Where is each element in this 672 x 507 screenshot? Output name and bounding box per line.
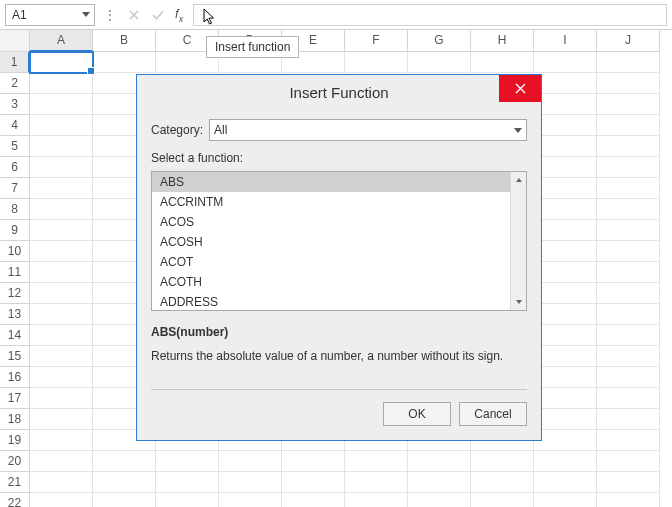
row-header[interactable]: 9 [0,220,30,241]
grid-cell[interactable] [282,451,345,472]
cancel-button[interactable]: Cancel [459,402,527,426]
row-header[interactable]: 13 [0,304,30,325]
row-header[interactable]: 10 [0,241,30,262]
grid-cell[interactable] [30,325,93,346]
grid-cell[interactable] [597,472,660,493]
row-header[interactable]: 16 [0,367,30,388]
grid-cell[interactable] [30,451,93,472]
grid-cell[interactable] [534,262,597,283]
grid-cell[interactable] [534,409,597,430]
function-list-item[interactable]: ACCRINTM [152,192,510,212]
function-list-item[interactable]: ACOT [152,252,510,272]
grid-cell[interactable] [597,388,660,409]
row-header[interactable]: 2 [0,73,30,94]
grid-cell[interactable] [534,220,597,241]
grid-cell[interactable] [534,283,597,304]
grid-cell[interactable] [597,346,660,367]
column-header[interactable]: J [597,30,660,52]
grid-cell[interactable] [534,73,597,94]
grid-cell[interactable] [534,367,597,388]
grid-cell[interactable] [219,451,282,472]
grid-cell[interactable] [534,451,597,472]
grid-cell[interactable] [597,73,660,94]
grid-cell[interactable] [534,115,597,136]
grid-cell[interactable] [597,325,660,346]
row-header[interactable]: 19 [0,430,30,451]
grid-cell[interactable] [30,178,93,199]
grid-cell[interactable] [534,388,597,409]
grid-cell[interactable] [30,94,93,115]
grid-cell[interactable] [597,262,660,283]
function-list-item[interactable]: ADDRESS [152,292,510,310]
grid-cell[interactable] [93,472,156,493]
row-header[interactable]: 14 [0,325,30,346]
grid-cell[interactable] [597,451,660,472]
grid-cell[interactable] [597,199,660,220]
grid-cell[interactable] [93,451,156,472]
function-items[interactable]: ABSACCRINTMACOSACOSHACOTACOTHADDRESS [152,172,510,310]
grid-cell[interactable] [597,283,660,304]
grid-cell[interactable] [534,430,597,451]
grid-cell[interactable] [345,472,408,493]
grid-cell[interactable] [597,157,660,178]
grid-cell[interactable] [597,367,660,388]
column-header[interactable]: A [30,30,93,52]
grid-cell[interactable] [30,493,93,507]
grid-cell[interactable] [156,493,219,507]
grid-cell[interactable] [534,178,597,199]
grid-cell[interactable] [597,178,660,199]
name-box[interactable]: A1 [5,4,95,26]
grid-cell[interactable] [30,136,93,157]
scroll-up-icon[interactable] [511,172,526,188]
row-header[interactable]: 21 [0,472,30,493]
column-header[interactable]: F [345,30,408,52]
grid-cell[interactable] [156,472,219,493]
row-header[interactable]: 7 [0,178,30,199]
grid-cell[interactable] [597,304,660,325]
grid-cell[interactable] [534,304,597,325]
grid-cell[interactable] [30,220,93,241]
column-header[interactable]: B [93,30,156,52]
grid-cell[interactable] [597,241,660,262]
grid-cell[interactable] [408,451,471,472]
grid-cell[interactable] [597,94,660,115]
scroll-down-icon[interactable] [511,294,526,310]
grid-cell[interactable] [597,409,660,430]
grid-cell[interactable] [408,52,471,73]
grid-cell[interactable] [30,388,93,409]
grid-cell[interactable] [93,493,156,507]
row-header[interactable]: 22 [0,493,30,507]
grid-cell[interactable] [597,136,660,157]
insert-function-button[interactable]: fx [175,6,183,24]
grid-cell[interactable] [534,52,597,73]
grid-cell[interactable] [597,430,660,451]
grid-cell[interactable] [534,199,597,220]
row-header[interactable]: 15 [0,346,30,367]
grid-cell[interactable] [597,115,660,136]
scrollbar[interactable] [510,172,526,310]
grid-cell[interactable] [408,493,471,507]
select-all-corner[interactable] [0,30,30,52]
function-list-item[interactable]: ACOS [152,212,510,232]
function-list-item[interactable]: ACOSH [152,232,510,252]
grid-cell[interactable] [30,346,93,367]
formula-input[interactable] [193,4,667,26]
grid-cell[interactable] [219,472,282,493]
grid-cell[interactable] [30,73,93,94]
grid-cell[interactable] [534,493,597,507]
grid-cell[interactable] [597,493,660,507]
row-header[interactable]: 8 [0,199,30,220]
grid-cell[interactable] [345,493,408,507]
column-header[interactable]: G [408,30,471,52]
grid-cell[interactable] [30,262,93,283]
grid-cell[interactable] [30,430,93,451]
category-select[interactable]: All [209,119,527,141]
row-header[interactable]: 11 [0,262,30,283]
grid-cell[interactable] [30,241,93,262]
grid-cell[interactable] [219,493,282,507]
grid-cell[interactable] [534,94,597,115]
row-header[interactable]: 5 [0,136,30,157]
row-header[interactable]: 1 [0,52,30,73]
grid-cell[interactable] [282,493,345,507]
grid-cell[interactable] [471,451,534,472]
